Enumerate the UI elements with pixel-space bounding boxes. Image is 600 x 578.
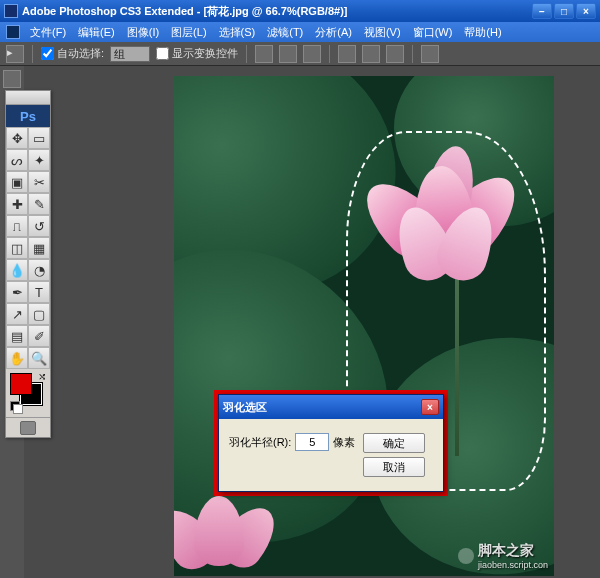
maximize-button[interactable]: □ [554,3,574,19]
distribute-icon[interactable] [386,45,404,63]
auto-select-input[interactable] [41,47,54,60]
toolbox-grid: ✥ ▭ ᔕ ✦ ▣ ✂ ✚ ✎ ⎍ ↺ ◫ ▦ 💧 ◔ ✒ T ↗ ▢ ▤ ✐ … [6,127,50,369]
menu-analysis[interactable]: 分析(A) [309,25,358,40]
window-titlebar: Adobe Photoshop CS3 Extended - [荷花.jpg @… [0,0,600,22]
window-controls: − □ × [532,3,596,19]
lasso-tool[interactable]: ᔕ [6,149,28,171]
document-canvas[interactable]: 脚本之家 jiaoben.script.con [174,76,554,576]
zoom-tool[interactable]: 🔍 [28,347,50,369]
menu-select[interactable]: 选择(S) [213,25,262,40]
menu-edit[interactable]: 编辑(E) [72,25,121,40]
bridge-icon[interactable] [3,70,21,88]
crop-tool[interactable]: ▣ [6,171,28,193]
dodge-tool[interactable]: ◔ [28,259,50,281]
show-transform-checkbox[interactable]: 显示变换控件 [156,46,238,61]
dialog-highlight: 羽化选区 × 羽化半径(R): 像素 确定 取消 [214,390,448,496]
show-transform-input[interactable] [156,47,169,60]
arrange-icon[interactable] [421,45,439,63]
type-tool[interactable]: T [28,281,50,303]
app-icon [4,4,18,18]
foreground-color[interactable] [10,373,32,395]
heal-tool[interactable]: ✚ [6,193,28,215]
divider [329,45,330,63]
hand-tool[interactable]: ✋ [6,347,28,369]
align-icon[interactable] [279,45,297,63]
menu-bar: 文件(F) 编辑(E) 图像(I) 图层(L) 选择(S) 滤镜(T) 分析(A… [0,22,600,42]
divider [32,45,33,63]
watermark-text: 脚本之家 [478,542,548,560]
menu-view[interactable]: 视图(V) [358,25,407,40]
dialog-body: 羽化半径(R): 像素 确定 取消 [219,419,443,491]
divider [412,45,413,63]
pen-tool[interactable]: ✒ [6,281,28,303]
brush-tool[interactable]: ✎ [28,193,50,215]
path-tool[interactable]: ↗ [6,303,28,325]
eraser-tool[interactable]: ◫ [6,237,28,259]
menu-window[interactable]: 窗口(W) [407,25,459,40]
default-colors-icon[interactable] [10,401,22,413]
dialog-close-button[interactable]: × [421,399,439,415]
eyedropper-tool[interactable]: ✐ [28,325,50,347]
feather-dialog: 羽化选区 × 羽化半径(R): 像素 确定 取消 [218,394,444,492]
dialog-buttons: 确定 取消 [363,433,425,477]
window-close-button[interactable]: × [576,3,596,19]
menu-help[interactable]: 帮助(H) [458,25,507,40]
auto-select-dropdown[interactable]: 组 [110,46,150,62]
cancel-button[interactable]: 取消 [363,457,425,477]
menu-filter[interactable]: 滤镜(T) [261,25,309,40]
watermark-url: jiaoben.script.con [478,560,548,570]
menu-image[interactable]: 图像(I) [121,25,165,40]
canvas-area: 脚本之家 jiaoben.script.con 羽化选区 × 羽化半径(R): … [24,66,600,578]
ok-button[interactable]: 确定 [363,433,425,453]
distribute-icon[interactable] [362,45,380,63]
slice-tool[interactable]: ✂ [28,171,50,193]
swap-colors-icon[interactable]: ⤭ [38,371,46,382]
minimize-button[interactable]: − [532,3,552,19]
options-bar: ▸ 自动选择: 组 显示变换控件 [0,42,600,66]
color-swatches: ⤭ [6,369,50,417]
auto-select-checkbox[interactable]: 自动选择: [41,46,104,61]
toolbox-header[interactable] [6,91,50,105]
workspace: 脚本之家 jiaoben.script.con 羽化选区 × 羽化半径(R): … [0,66,600,578]
notes-tool[interactable]: ▤ [6,325,28,347]
quick-mask-toggle[interactable] [6,417,50,437]
toolbox[interactable]: Ps ✥ ▭ ᔕ ✦ ▣ ✂ ✚ ✎ ⎍ ↺ ◫ ▦ 💧 ◔ ✒ T ↗ ▢ ▤… [5,90,51,438]
gradient-tool[interactable]: ▦ [28,237,50,259]
stamp-tool[interactable]: ⎍ [6,215,28,237]
dialog-titlebar[interactable]: 羽化选区 × [219,395,443,419]
watermark: 脚本之家 jiaoben.script.con [458,542,548,570]
radius-input[interactable] [295,433,329,451]
move-tool[interactable]: ✥ [6,127,28,149]
window-title: Adobe Photoshop CS3 Extended - [荷花.jpg @… [22,4,347,19]
radius-label: 羽化半径(R): [229,435,291,450]
distribute-icon[interactable] [338,45,356,63]
align-icon[interactable] [303,45,321,63]
marquee-tool[interactable]: ▭ [28,127,50,149]
show-transform-label: 显示变换控件 [172,46,238,61]
auto-select-label: 自动选择: [57,46,104,61]
tool-preset-icon[interactable]: ▸ [6,45,24,63]
radius-field: 羽化半径(R): 像素 [229,433,355,451]
dialog-title: 羽化选区 [223,400,267,415]
menu-file[interactable]: 文件(F) [24,25,72,40]
menu-layer[interactable]: 图层(L) [165,25,212,40]
toolbox-logo: Ps [6,105,50,127]
divider [246,45,247,63]
align-icon[interactable] [255,45,273,63]
wand-tool[interactable]: ✦ [28,149,50,171]
radius-unit: 像素 [333,435,355,450]
history-brush-tool[interactable]: ↺ [28,215,50,237]
menu-app-icon [6,25,20,39]
shape-tool[interactable]: ▢ [28,303,50,325]
watermark-icon [458,548,474,564]
blur-tool[interactable]: 💧 [6,259,28,281]
